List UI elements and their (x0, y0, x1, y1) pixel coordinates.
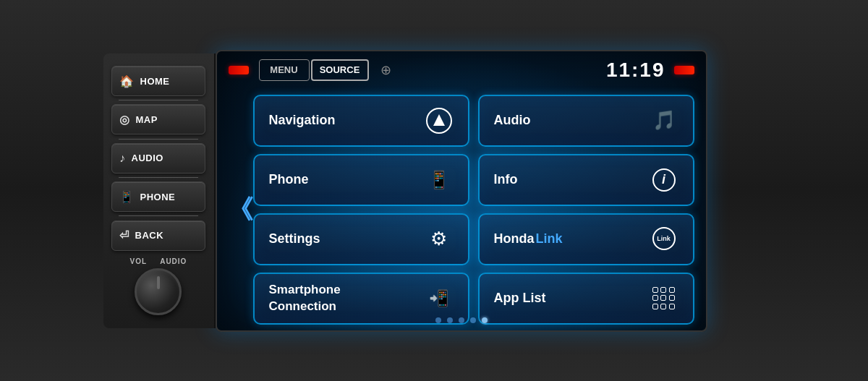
map-icon: ◎ (119, 113, 130, 127)
divider-3 (119, 177, 198, 178)
side-panel: 🏠 HOME ◎ MAP ♪ AUDIO 📱 PHONE ⏎ BACK VOL … (103, 53, 216, 328)
phone-icon: 📱 (119, 190, 135, 204)
dot-2[interactable] (447, 317, 453, 323)
home-label: HOME (140, 76, 170, 87)
menu-button[interactable]: MENU (259, 59, 310, 81)
source-label: SOURCE (320, 64, 360, 75)
wifi-icon: ⊕ (380, 62, 391, 78)
source-button[interactable]: SOURCE (311, 59, 369, 81)
info-icon: i (650, 166, 678, 194)
screen-topbar: MENU SOURCE ⊕ 11:19 (217, 51, 706, 89)
back-icon: ⏎ (119, 228, 129, 242)
volume-section: VOL AUDIO (130, 257, 187, 315)
back-arrow-icon[interactable]: 《 (227, 192, 253, 227)
back-button[interactable]: ⏎ BACK (111, 221, 205, 251)
settings-button[interactable]: Settings ⚙ (253, 213, 469, 265)
home-button[interactable]: 🏠 HOME (111, 66, 205, 96)
divider-2 (119, 139, 198, 140)
settings-label: Settings (269, 231, 320, 247)
applist-button[interactable]: App List (478, 273, 694, 325)
indicator-red-right (674, 66, 694, 74)
dot-3[interactable] (459, 317, 464, 323)
dot-5-active[interactable] (482, 317, 488, 323)
hondalink-button[interactable]: HondaLink Link (478, 213, 694, 265)
phone-label: PHONE (140, 192, 176, 202)
left-menu-column: Navigation Phone 📱 Settings ⚙ (253, 95, 469, 325)
hondalink-label: HondaLink (494, 231, 563, 247)
audio-sub-label: AUDIO (160, 257, 187, 265)
vol-labels: VOL AUDIO (130, 257, 187, 265)
car-frame: 🏠 HOME ◎ MAP ♪ AUDIO 📱 PHONE ⏎ BACK VOL … (0, 0, 868, 381)
smartphone-icon: 📲 (425, 284, 454, 313)
phone-menu-label: Phone (269, 172, 309, 187)
info-label: Info (494, 172, 518, 187)
audio-button[interactable]: ♪ AUDIO (111, 143, 205, 174)
navigation-icon (425, 106, 454, 135)
map-button[interactable]: ◎ MAP (111, 104, 205, 134)
phone-button[interactable]: 📱 PHONE (111, 181, 205, 212)
home-icon: 🏠 (119, 74, 135, 88)
indicator-red-left (229, 66, 249, 74)
navigation-label: Navigation (269, 113, 336, 128)
navigation-button[interactable]: Navigation (253, 95, 469, 147)
phone-menu-button[interactable]: Phone 📱 (253, 154, 469, 206)
applist-label: App List (494, 291, 546, 306)
audio-menu-button[interactable]: Audio 🎵 (478, 95, 694, 147)
screen-content: 《 Navigation Phone 📱 Settings (217, 89, 706, 330)
volume-knob[interactable] (135, 268, 182, 315)
audio-label: AUDIO (132, 153, 163, 163)
dot-4[interactable] (470, 317, 476, 323)
menu-label: MENU (270, 64, 297, 75)
back-label: BACK (135, 230, 164, 241)
audio-menu-icon: 🎵 (650, 106, 678, 135)
right-menu-column: Audio 🎵 Info i HondaLink (478, 95, 694, 325)
smartphone-connection-label: SmartphoneConnection (269, 282, 341, 314)
page-dots (435, 317, 488, 323)
dot-1[interactable] (435, 317, 441, 323)
map-label: MAP (136, 114, 158, 125)
settings-icon: ⚙ (425, 225, 454, 254)
divider-4 (119, 215, 198, 216)
hondalink-icon: Link (650, 225, 678, 254)
phone-menu-icon: 📱 (425, 166, 454, 194)
info-button[interactable]: Info i (478, 154, 694, 206)
clock-display: 11:19 (606, 59, 665, 82)
divider-1 (119, 100, 198, 100)
applist-icon (650, 284, 678, 313)
audio-menu-label: Audio (494, 113, 531, 128)
vol-label: VOL (130, 257, 148, 265)
main-screen: MENU SOURCE ⊕ 11:19 《 Navigation (216, 50, 707, 332)
audio-icon: ♪ (119, 152, 126, 165)
